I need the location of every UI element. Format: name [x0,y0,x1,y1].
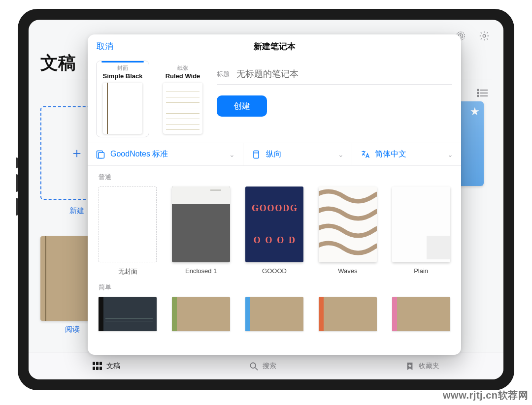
paper-tab[interactable]: 纸张 Ruled Wide [157,61,209,134]
bookmark-star-icon [405,362,415,371]
bottom-tabbar: 文稿 搜索 收藏夹 [29,352,503,379]
svg-rect-10 [96,362,99,365]
tab-docs[interactable]: 文稿 [93,362,120,371]
svg-rect-19 [254,151,259,158]
svg-rect-13 [96,367,99,370]
orientation-dropdown-label: 纵向 [266,149,282,159]
svg-point-7 [477,95,479,97]
tab-search[interactable]: 搜索 [249,362,276,371]
svg-rect-18 [99,152,104,158]
orientation-icon [251,150,261,159]
paper-tab-value: Ruled Wide [157,72,209,80]
no-cover-icon [99,187,157,262]
cover-scroll-area[interactable]: 普通 无封面 Enclosed 1 GOOODGOOOD GOOOD [88,166,461,355]
star-icon: ★ [470,105,480,118]
section-simple-title: 简单 [99,283,452,292]
cover-option-goood[interactable]: GOOODGOOOD GOOOD [243,187,306,276]
cover-label: Waves [316,267,379,275]
gear-icon[interactable] [479,31,490,41]
simple-cover-icon [245,297,303,331]
search-icon [249,362,259,371]
orientation-dropdown[interactable]: 纵向 ⌄ [243,143,352,165]
template-icon [96,150,105,159]
ipad-frame: 文稿 ＋ 新建 ★ 习 午 7:01 阅读 文稿 搜索 [18,9,514,390]
cover-option-simple-5[interactable] [390,297,452,331]
chevron-down-icon: ⌄ [447,151,453,158]
cancel-button[interactable]: 取消 [97,34,113,58]
waves-cover-icon [319,187,377,262]
create-button[interactable]: 创建 [217,95,267,117]
cover-option-simple-1[interactable] [97,297,159,331]
svg-point-3 [477,90,479,91]
modal-header: 取消 新建笔记本 [88,34,461,58]
simple-cover-icon [172,297,230,331]
svg-rect-9 [93,362,95,365]
simple-cover-icon [99,297,157,331]
cover-grid-simple [97,297,452,331]
list-view-icon[interactable] [477,89,489,97]
cover-label: GOOOD [243,267,306,275]
page-title: 文稿 [40,51,76,75]
ipad-screen: 文稿 ＋ 新建 ★ 习 午 7:01 阅读 文稿 搜索 [29,20,503,379]
tab-search-label: 搜索 [263,362,276,371]
cover-tab[interactable]: 封面 Simple Black [97,61,149,137]
svg-rect-11 [100,362,102,365]
cover-option-none[interactable]: 无封面 [97,187,159,276]
svg-point-2 [483,34,486,37]
language-dropdown-label: 简体中文 [375,149,406,159]
simple-cover-icon [319,297,377,331]
cover-tab-value: Simple Black [97,72,149,80]
svg-point-5 [477,93,479,94]
goood-cover-icon: GOOODGOOOD [245,187,303,262]
grid-icon [93,362,102,371]
svg-rect-12 [93,367,95,370]
cover-grid-common: 无封面 Enclosed 1 GOOODGOOOD GOOOD [97,187,452,276]
template-dropdown[interactable]: GoodNotes 标准 ⌄ [88,143,243,165]
cover-option-plain[interactable]: Plain [390,187,452,276]
paper-thumb-icon [163,83,202,134]
tab-docs-label: 文稿 [106,362,120,371]
svg-point-15 [250,363,256,368]
simple-cover-icon [392,297,450,331]
dropdown-row: GoodNotes 标准 ⌄ 纵向 ⌄ 简体中文 ⌄ [88,143,461,166]
tab-favorites[interactable]: 收藏夹 [405,362,439,371]
cover-option-enclosed1[interactable]: Enclosed 1 [170,187,233,276]
plain-cover-icon [392,187,450,262]
cover-tab-caption: 封面 [97,64,149,72]
cover-option-simple-2[interactable] [170,297,233,331]
paper-tab-caption: 纸张 [157,64,209,72]
language-dropdown[interactable]: 简体中文 ⌄ [352,143,461,165]
cover-label: Enclosed 1 [170,267,233,275]
svg-line-16 [255,368,258,370]
cover-option-simple-4[interactable] [316,297,379,331]
watermark: www.rjtj.cn软荐网 [443,389,528,402]
config-row: 封面 Simple Black 纸张 Ruled Wide 标题 创建 [88,58,461,143]
cover-option-simple-3[interactable] [243,297,306,331]
enclosed-cover-icon [172,187,230,262]
chevron-down-icon: ⌄ [229,151,235,158]
svg-rect-14 [100,367,102,370]
section-common-title: 普通 [99,173,452,182]
title-field-label: 标题 [217,70,230,79]
language-icon [360,150,370,159]
title-input[interactable] [236,69,452,79]
template-dropdown-label: GoodNotes 标准 [110,149,168,159]
modal-title: 新建笔记本 [254,41,296,52]
cover-thumb-icon [103,83,142,134]
new-notebook-modal: 取消 新建笔记本 封面 Simple Black 纸张 Ruled Wide [88,34,461,355]
chevron-down-icon: ⌄ [338,151,344,158]
cover-option-waves[interactable]: Waves [316,187,379,276]
tab-favorites-label: 收藏夹 [419,362,439,371]
cover-label: Plain [390,267,452,275]
cover-label: 无封面 [97,267,159,276]
